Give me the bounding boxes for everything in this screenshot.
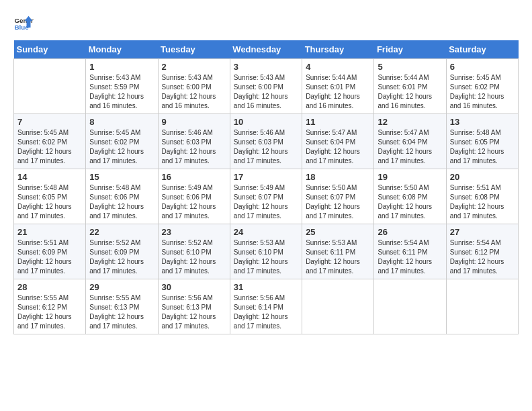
day-info: Sunrise: 5:45 AM Sunset: 6:02 PM Dayligh… [450,73,515,111]
day-cell: 31Sunrise: 5:56 AM Sunset: 6:14 PM Dayli… [230,279,302,334]
day-cell: 6Sunrise: 5:45 AM Sunset: 6:02 PM Daylig… [446,59,518,114]
day-number: 22 [89,227,154,237]
week-row-4: 21Sunrise: 5:51 AM Sunset: 6:09 PM Dayli… [14,224,519,279]
day-info: Sunrise: 5:56 AM Sunset: 6:13 PM Dayligh… [162,293,226,331]
weekday-sunday: Sunday [14,40,86,59]
day-cell: 19Sunrise: 5:50 AM Sunset: 6:08 PM Dayli… [374,169,446,224]
day-info: Sunrise: 5:47 AM Sunset: 6:04 PM Dayligh… [306,128,370,166]
day-info: Sunrise: 5:47 AM Sunset: 6:04 PM Dayligh… [378,128,442,166]
day-number: 9 [162,117,226,127]
day-cell: 24Sunrise: 5:53 AM Sunset: 6:10 PM Dayli… [230,224,302,279]
day-number: 24 [234,227,298,237]
day-cell: 9Sunrise: 5:46 AM Sunset: 6:03 PM Daylig… [158,114,230,169]
day-number: 4 [306,62,370,72]
day-cell: 11Sunrise: 5:47 AM Sunset: 6:04 PM Dayli… [302,114,374,169]
calendar-table: SundayMondayTuesdayWednesdayThursdayFrid… [13,40,519,334]
day-info: Sunrise: 5:54 AM Sunset: 6:11 PM Dayligh… [378,238,442,276]
day-number: 2 [162,62,226,72]
day-number: 20 [450,172,515,182]
day-cell: 1Sunrise: 5:43 AM Sunset: 5:59 PM Daylig… [86,59,158,114]
weekday-thursday: Thursday [302,40,374,59]
day-number: 8 [89,117,154,127]
day-info: Sunrise: 5:53 AM Sunset: 6:10 PM Dayligh… [234,238,298,276]
day-info: Sunrise: 5:44 AM Sunset: 6:01 PM Dayligh… [306,73,370,111]
day-cell [446,279,518,334]
day-cell: 4Sunrise: 5:44 AM Sunset: 6:01 PM Daylig… [302,59,374,114]
day-cell: 14Sunrise: 5:48 AM Sunset: 6:05 PM Dayli… [14,169,86,224]
day-info: Sunrise: 5:46 AM Sunset: 6:03 PM Dayligh… [162,128,226,166]
day-info: Sunrise: 5:55 AM Sunset: 6:12 PM Dayligh… [17,293,82,331]
day-info: Sunrise: 5:46 AM Sunset: 6:03 PM Dayligh… [234,128,298,166]
day-number: 7 [17,117,82,127]
day-cell: 5Sunrise: 5:44 AM Sunset: 6:01 PM Daylig… [374,59,446,114]
day-number: 15 [89,172,154,182]
day-info: Sunrise: 5:55 AM Sunset: 6:13 PM Dayligh… [89,293,154,331]
page-header: General Blue [13,13,519,34]
day-cell: 20Sunrise: 5:51 AM Sunset: 6:08 PM Dayli… [446,169,518,224]
day-info: Sunrise: 5:52 AM Sunset: 6:10 PM Dayligh… [162,238,226,276]
day-number: 23 [162,227,226,237]
day-info: Sunrise: 5:48 AM Sunset: 6:05 PM Dayligh… [450,128,515,166]
day-info: Sunrise: 5:43 AM Sunset: 6:00 PM Dayligh… [162,73,226,111]
day-number: 10 [234,117,298,127]
day-number: 16 [162,172,226,182]
day-number: 27 [450,227,515,237]
logo: General Blue [13,13,34,34]
day-info: Sunrise: 5:43 AM Sunset: 6:00 PM Dayligh… [234,73,298,111]
day-info: Sunrise: 5:50 AM Sunset: 6:07 PM Dayligh… [306,183,370,221]
day-number: 25 [306,227,370,237]
day-cell: 30Sunrise: 5:56 AM Sunset: 6:13 PM Dayli… [158,279,230,334]
week-row-2: 7Sunrise: 5:45 AM Sunset: 6:02 PM Daylig… [14,114,519,169]
day-cell: 18Sunrise: 5:50 AM Sunset: 6:07 PM Dayli… [302,169,374,224]
day-number: 11 [306,117,370,127]
day-info: Sunrise: 5:43 AM Sunset: 5:59 PM Dayligh… [89,73,154,111]
day-cell: 29Sunrise: 5:55 AM Sunset: 6:13 PM Dayli… [86,279,158,334]
day-cell: 22Sunrise: 5:52 AM Sunset: 6:09 PM Dayli… [86,224,158,279]
day-number: 3 [234,62,298,72]
day-cell: 26Sunrise: 5:54 AM Sunset: 6:11 PM Dayli… [374,224,446,279]
day-info: Sunrise: 5:52 AM Sunset: 6:09 PM Dayligh… [89,238,154,276]
day-info: Sunrise: 5:54 AM Sunset: 6:12 PM Dayligh… [450,238,515,276]
day-info: Sunrise: 5:45 AM Sunset: 6:02 PM Dayligh… [17,128,82,166]
weekday-header-row: SundayMondayTuesdayWednesdayThursdayFrid… [14,40,519,59]
day-cell: 27Sunrise: 5:54 AM Sunset: 6:12 PM Dayli… [446,224,518,279]
day-number: 1 [89,62,154,72]
day-number: 19 [378,172,442,182]
day-cell: 3Sunrise: 5:43 AM Sunset: 6:00 PM Daylig… [230,59,302,114]
week-row-5: 28Sunrise: 5:55 AM Sunset: 6:12 PM Dayli… [14,279,519,334]
day-info: Sunrise: 5:44 AM Sunset: 6:01 PM Dayligh… [378,73,442,111]
calendar-body: 1Sunrise: 5:43 AM Sunset: 5:59 PM Daylig… [14,59,519,334]
day-number: 12 [378,117,442,127]
day-number: 30 [162,282,226,292]
day-cell: 21Sunrise: 5:51 AM Sunset: 6:09 PM Dayli… [14,224,86,279]
day-number: 28 [17,282,82,292]
day-number: 5 [378,62,442,72]
day-number: 21 [17,227,82,237]
weekday-tuesday: Tuesday [158,40,230,59]
day-info: Sunrise: 5:56 AM Sunset: 6:14 PM Dayligh… [234,293,298,331]
day-cell: 10Sunrise: 5:46 AM Sunset: 6:03 PM Dayli… [230,114,302,169]
day-cell: 15Sunrise: 5:48 AM Sunset: 6:06 PM Dayli… [86,169,158,224]
day-info: Sunrise: 5:48 AM Sunset: 6:06 PM Dayligh… [89,183,154,221]
week-row-3: 14Sunrise: 5:48 AM Sunset: 6:05 PM Dayli… [14,169,519,224]
day-cell: 25Sunrise: 5:53 AM Sunset: 6:11 PM Dayli… [302,224,374,279]
day-number: 26 [378,227,442,237]
day-cell: 7Sunrise: 5:45 AM Sunset: 6:02 PM Daylig… [14,114,86,169]
day-info: Sunrise: 5:49 AM Sunset: 6:06 PM Dayligh… [162,183,226,221]
day-info: Sunrise: 5:45 AM Sunset: 6:02 PM Dayligh… [89,128,154,166]
day-cell: 2Sunrise: 5:43 AM Sunset: 6:00 PM Daylig… [158,59,230,114]
day-cell: 12Sunrise: 5:47 AM Sunset: 6:04 PM Dayli… [374,114,446,169]
day-cell: 16Sunrise: 5:49 AM Sunset: 6:06 PM Dayli… [158,169,230,224]
day-cell [302,279,374,334]
day-cell: 23Sunrise: 5:52 AM Sunset: 6:10 PM Dayli… [158,224,230,279]
day-info: Sunrise: 5:48 AM Sunset: 6:05 PM Dayligh… [17,183,82,221]
day-number: 18 [306,172,370,182]
day-number: 14 [17,172,82,182]
day-number: 31 [234,282,298,292]
day-number: 17 [234,172,298,182]
weekday-saturday: Saturday [446,40,518,59]
logo-icon: General Blue [13,13,34,34]
day-cell: 13Sunrise: 5:48 AM Sunset: 6:05 PM Dayli… [446,114,518,169]
day-info: Sunrise: 5:53 AM Sunset: 6:11 PM Dayligh… [306,238,370,276]
day-info: Sunrise: 5:50 AM Sunset: 6:08 PM Dayligh… [378,183,442,221]
